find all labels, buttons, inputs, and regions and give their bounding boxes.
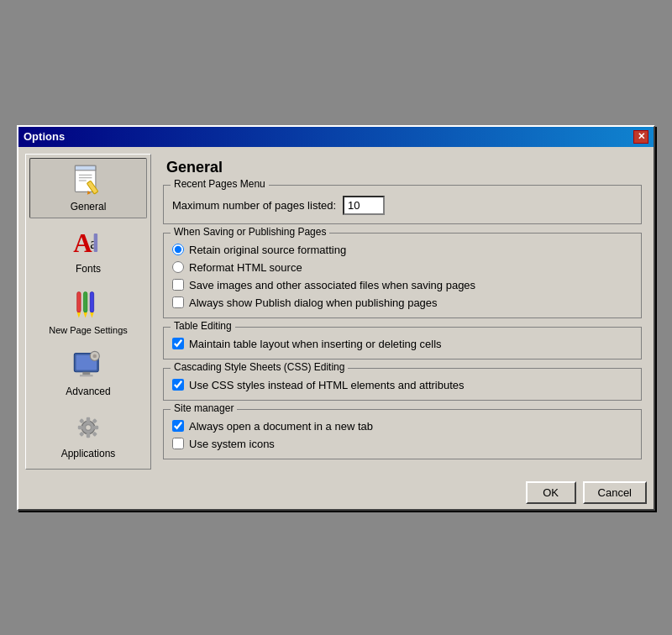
site-manager-title: Site manager <box>171 402 237 414</box>
save-images-checkbox[interactable] <box>172 279 184 291</box>
sidebar-label-general: General <box>71 201 107 213</box>
sidebar-item-fonts[interactable]: A a Fonts <box>29 220 147 281</box>
use-system-checkbox[interactable] <box>172 438 184 449</box>
always-publish-label: Always show Publish dialog when publishi… <box>189 297 438 309</box>
svg-rect-10 <box>77 291 81 312</box>
retain-row[interactable]: Retain original source formatting <box>172 244 633 256</box>
advanced-icon <box>71 349 105 382</box>
reformat-row[interactable]: Reformat HTML source <box>172 261 633 274</box>
always-open-row[interactable]: Always open a document in a new tab <box>172 420 633 433</box>
save-images-label: Save images and other associated files w… <box>189 279 475 291</box>
save-images-row[interactable]: Save images and other associated files w… <box>172 279 633 291</box>
maintain-row[interactable]: Maintain table layout when inserting or … <box>172 338 633 350</box>
retain-radio[interactable] <box>172 244 184 255</box>
saving-group: When Saving or Publishing Pages Retain o… <box>163 233 642 318</box>
window-title: Options <box>24 130 65 143</box>
footer: OK Cancel <box>18 476 654 509</box>
svg-rect-26 <box>78 425 83 428</box>
always-open-label: Always open a document in a new tab <box>189 420 373 433</box>
use-css-checkbox[interactable] <box>172 379 184 391</box>
max-pages-input[interactable] <box>343 196 385 215</box>
use-css-row[interactable]: Use CSS styles instead of HTML elements … <box>172 379 633 391</box>
svg-marker-11 <box>77 312 81 318</box>
sidebar-item-advanced[interactable]: Advanced <box>29 343 147 403</box>
use-css-label: Use CSS styles instead of HTML elements … <box>189 379 465 391</box>
maintain-checkbox[interactable] <box>172 338 184 349</box>
window-body: General A a Fonts <box>18 147 654 476</box>
maintain-label: Maintain table layout when inserting or … <box>189 338 442 350</box>
sidebar-item-general[interactable]: General <box>29 158 147 218</box>
svg-rect-12 <box>83 291 87 312</box>
svg-rect-24 <box>87 417 90 422</box>
svg-rect-14 <box>90 291 93 312</box>
svg-rect-1 <box>75 165 95 171</box>
title-bar: Options ✕ <box>18 127 654 147</box>
always-publish-checkbox[interactable] <box>172 297 184 308</box>
ok-button[interactable]: OK <box>526 481 576 504</box>
always-open-checkbox[interactable] <box>172 420 184 432</box>
svg-rect-19 <box>80 375 93 376</box>
newpage-icon <box>71 288 105 322</box>
options-window: Options ✕ <box>17 125 655 511</box>
use-system-label: Use system icons <box>189 438 275 450</box>
svg-point-21 <box>93 354 97 357</box>
use-system-row[interactable]: Use system icons <box>172 438 633 450</box>
sidebar: General A a Fonts <box>25 154 151 470</box>
svg-marker-15 <box>90 312 93 318</box>
sidebar-item-newpage[interactable]: New Page Settings <box>29 282 147 341</box>
general-icon <box>71 164 105 197</box>
svg-rect-9 <box>94 233 97 251</box>
fonts-icon: A a <box>71 226 105 260</box>
content-area: General Recent Pages Menu Maximum number… <box>158 154 647 470</box>
max-pages-row: Maximum number of pages listed: <box>172 196 633 215</box>
table-editing-group: Table Editing Maintain table layout when… <box>163 327 642 359</box>
svg-rect-25 <box>87 433 90 438</box>
always-publish-row[interactable]: Always show Publish dialog when publishi… <box>172 297 633 309</box>
reformat-radio[interactable] <box>172 261 184 273</box>
table-editing-title: Table Editing <box>171 320 235 332</box>
css-editing-group: Cascading Style Sheets (CSS) Editing Use… <box>163 368 642 401</box>
title-bar-buttons: ✕ <box>633 130 648 144</box>
retain-label: Retain original source formatting <box>189 244 346 256</box>
saving-title: When Saving or Publishing Pages <box>171 226 329 238</box>
svg-marker-13 <box>83 312 87 318</box>
css-editing-title: Cascading Style Sheets (CSS) Editing <box>171 361 348 373</box>
cancel-button[interactable]: Cancel <box>583 481 647 504</box>
svg-rect-27 <box>94 425 99 428</box>
sidebar-label-newpage: New Page Settings <box>49 325 128 335</box>
sidebar-label-fonts: Fonts <box>76 263 101 275</box>
recent-pages-title: Recent Pages Menu <box>171 178 269 190</box>
svg-rect-18 <box>82 371 90 374</box>
recent-pages-group: Recent Pages Menu Maximum number of page… <box>163 185 642 224</box>
sidebar-label-advanced: Advanced <box>66 386 110 397</box>
site-manager-group: Site manager Always open a document in a… <box>163 409 642 459</box>
close-button[interactable]: ✕ <box>633 130 648 144</box>
sidebar-label-applications: Applications <box>61 448 116 459</box>
reformat-label: Reformat HTML source <box>189 261 302 274</box>
max-pages-label: Maximum number of pages listed: <box>172 199 336 212</box>
sidebar-item-applications[interactable]: Applications <box>29 405 147 465</box>
svg-point-23 <box>86 424 92 430</box>
applications-icon <box>71 411 105 444</box>
